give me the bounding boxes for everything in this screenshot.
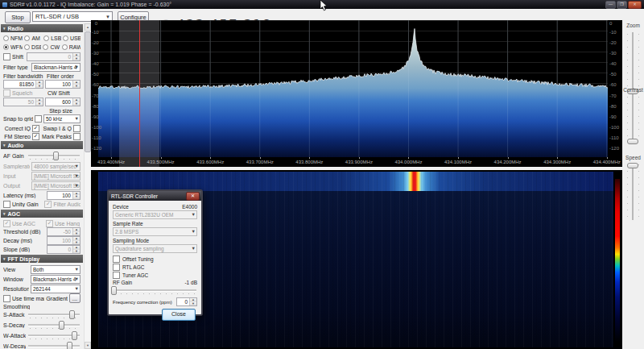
title-bar[interactable]: SDR# v1.0.0.1172 - IQ Imbalance: Gain = …	[0, 0, 644, 9]
sample-rate-select[interactable]: 2.8 MSPS ▼	[113, 227, 197, 236]
resolution-select[interactable]: 262144 ▼	[31, 285, 80, 293]
db-tick-label: -50	[609, 72, 615, 77]
mode-radio-cw[interactable]	[43, 44, 48, 50]
use-agc-checkbox[interactable]	[3, 220, 10, 227]
sampling-mode-select[interactable]: Quadrature sampling ▼	[113, 244, 197, 253]
freq-tick-label: 433.900MHz	[345, 160, 373, 164]
fft-panel-header[interactable]: ▾ FFT Display	[1, 255, 83, 263]
fm-stereo-checkbox[interactable]	[32, 133, 39, 140]
tuner-agc-checkbox[interactable]	[113, 272, 120, 279]
chevron-down-icon: ▼	[75, 116, 79, 121]
s-decay-slider[interactable]	[27, 321, 80, 330]
freq-tick-label: 434.100MHz	[444, 160, 472, 164]
scrollbar-thumb[interactable]	[85, 31, 91, 152]
close-window-button[interactable]: ✕	[628, 1, 642, 9]
rtl-sdr-controller-dialog: RTL-SDR Controller ✕ Device E4000 Generi…	[107, 189, 203, 316]
audio-panel-header[interactable]: ▾ Audio	[1, 141, 83, 149]
shift-checkbox[interactable]	[3, 53, 10, 60]
audio-output-select[interactable]: [MME] Microsoft Sound ▼	[31, 181, 80, 190]
spectrum-display[interactable]: 0-10-20-30-40-50-60-70-80-90-100-110-120…	[91, 20, 622, 167]
w-decay-slider[interactable]	[27, 342, 80, 349]
gradient-button[interactable]: ...	[69, 293, 80, 303]
use-hang-checkbox[interactable]	[46, 220, 53, 227]
s-decay-slider-thumb[interactable]	[59, 321, 64, 330]
af-gain-slider-thumb[interactable]	[53, 152, 59, 160]
db-tick-label: -40	[609, 61, 615, 66]
w-attack-slider[interactable]	[27, 331, 80, 341]
squelch-spinner[interactable]: 50 ▲▼	[3, 98, 43, 106]
sidebar-scrollbar[interactable]: ▲ ▼	[84, 23, 91, 349]
filter-audio-checkbox[interactable]	[44, 201, 52, 208]
device-select[interactable]: Generic RTL2832U OEM ▼	[113, 210, 197, 219]
zoom-slider[interactable]	[622, 32, 644, 95]
db-tick-label: 0	[609, 21, 615, 26]
db-tick-label: -20	[609, 40, 615, 45]
agc-slope-spinner[interactable]: 0 ▲▼	[47, 245, 80, 254]
sidebar: ▾ Radio NFM AM LSB USB WFM DSB CW RAW Sh…	[0, 23, 84, 349]
unity-gain-checkbox[interactable]	[3, 201, 10, 208]
frequency-correction-spinner[interactable]: 0 ▲▼	[176, 297, 197, 306]
tuned-frequency-line[interactable]	[139, 20, 140, 167]
filter-order-spinner[interactable]: 100 ▲▼	[45, 80, 80, 89]
cw-shift-spinner[interactable]: 600 ▲▼	[45, 98, 80, 106]
latency-spinner[interactable]: 100 ▲▼	[47, 191, 80, 200]
radio-panel-header[interactable]: ▾ Radio	[1, 24, 83, 32]
filter-type-select[interactable]: Blackman-Harris 4 ▼	[31, 63, 80, 72]
dialog-close-icon[interactable]: ✕	[186, 192, 200, 201]
rf-gain-slider[interactable]	[113, 286, 197, 295]
snap-to-grid-checkbox[interactable]	[35, 115, 42, 123]
s-attack-slider[interactable]	[27, 310, 80, 320]
agc-threshold-spinner[interactable]: -50 ▲▼	[47, 227, 80, 236]
w-decay-slider-thumb[interactable]	[67, 342, 72, 349]
mode-radio-lsb[interactable]	[43, 35, 49, 41]
db-tick-label: -10	[609, 30, 615, 35]
contrast-slider-thumb[interactable]	[627, 139, 638, 144]
db-tick-label: -20	[92, 40, 97, 45]
dialog-close-button[interactable]: Close	[162, 309, 196, 321]
dialog-title-bar[interactable]: RTL-SDR Controller ✕	[109, 191, 201, 201]
rf-gain-slider-thumb[interactable]	[111, 286, 117, 295]
offset-tuning-checkbox[interactable]	[113, 256, 120, 263]
view-select[interactable]: Both ▼	[31, 265, 80, 274]
freq-tick	[260, 157, 261, 159]
samplerate-select[interactable]: 48000 sample/sec ▼	[31, 162, 80, 171]
window-select[interactable]: Blackman-Harris 4 ▼	[31, 275, 80, 284]
freq-tick	[408, 157, 409, 159]
scroll-up-icon[interactable]: ▲	[85, 23, 91, 31]
maximize-button[interactable]: ❐	[617, 1, 627, 9]
speed-slider[interactable]	[622, 163, 644, 220]
correct-iq-checkbox[interactable]	[32, 125, 39, 132]
mark-peaks-checkbox[interactable]	[73, 133, 80, 140]
rtl-agc-checkbox[interactable]	[113, 264, 120, 271]
db-tick-label: -70	[92, 93, 97, 98]
db-tick-label: -80	[609, 104, 615, 109]
time-marker-checkbox[interactable]	[3, 295, 10, 302]
step-size-select[interactable]: 50 kHz ▼	[43, 114, 80, 123]
freq-tick-label: 433.600MHz	[196, 160, 224, 164]
speed-slider-thumb[interactable]	[627, 163, 638, 168]
sdrsharp-window: SDR# v1.0.0.1172 - IQ Imbalance: Gain = …	[0, 0, 644, 349]
scroll-down-icon[interactable]: ▼	[85, 342, 91, 349]
db-tick-label: -90	[609, 114, 615, 119]
mode-radio-nfm[interactable]	[3, 35, 9, 41]
audio-input-select[interactable]: [MME] Microsoft Sound ▼	[31, 172, 80, 181]
agc-panel-header[interactable]: ▾ AGC	[1, 210, 83, 218]
shift-spinner[interactable]: 0 ▲▼	[27, 52, 80, 61]
chevron-down-icon: ▼	[75, 164, 79, 168]
mode-radio-am[interactable]	[24, 35, 30, 41]
af-gain-slider[interactable]	[27, 152, 80, 161]
stop-button[interactable]: Stop	[5, 11, 31, 23]
minimize-button[interactable]: —	[605, 1, 616, 9]
mode-radio-usb[interactable]	[63, 35, 68, 41]
mode-radio-wfm[interactable]	[3, 44, 9, 50]
squelch-checkbox[interactable]	[3, 89, 10, 97]
swap-iq-checkbox[interactable]	[73, 125, 80, 132]
mode-radio-raw[interactable]	[62, 44, 68, 50]
mode-radio-dsb[interactable]	[24, 44, 30, 50]
filter-bandwidth-spinner[interactable]: 81850 ▲▼	[3, 80, 43, 89]
agc-decay-spinner[interactable]: 100 ▲▼	[47, 236, 80, 245]
contrast-slider[interactable]	[622, 95, 644, 143]
freq-tick	[607, 157, 608, 159]
w-attack-slider-thumb[interactable]	[72, 331, 77, 340]
s-attack-slider-thumb[interactable]	[69, 310, 75, 319]
